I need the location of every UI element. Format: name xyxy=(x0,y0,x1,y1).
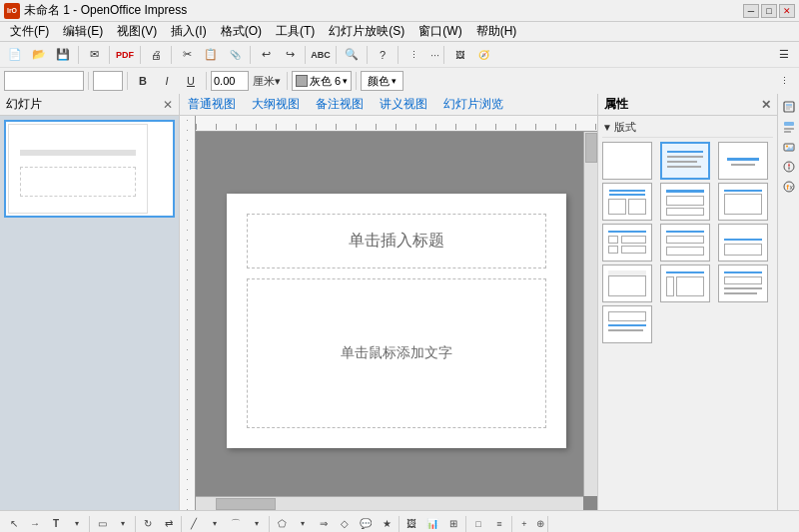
maximize-button[interactable]: □ xyxy=(761,4,777,18)
layout-title-content[interactable] xyxy=(660,142,710,180)
close-button[interactable]: ✕ xyxy=(779,4,795,18)
redo-button[interactable]: ↪ xyxy=(279,44,301,66)
flip-button[interactable]: ⇄ xyxy=(159,514,179,533)
underline-button[interactable]: U xyxy=(180,70,202,92)
slide-canvas-area[interactable]: 单击插入标题 单击鼠标添加文字 xyxy=(196,116,597,510)
menu-view[interactable]: 视图(V) xyxy=(111,22,163,41)
slide-canvas[interactable]: 单击插入标题 单击鼠标添加文字 xyxy=(227,194,566,448)
horizontal-scrollbar[interactable] xyxy=(196,496,583,510)
zoom-in-button[interactable]: 🔍 xyxy=(341,44,363,66)
layout-9[interactable] xyxy=(718,224,768,262)
layout-8[interactable] xyxy=(660,224,710,262)
stars-button[interactable]: ★ xyxy=(377,514,397,533)
line-tool-button[interactable]: ╱ xyxy=(184,514,204,533)
toolbar-formatting: B I U 厘米▾ 灰色 6 ▾ 颜色 ▾ ⋮ xyxy=(0,68,799,94)
navigator-sidebar-icon[interactable] xyxy=(780,158,798,176)
slides-panel-close-button[interactable]: ✕ xyxy=(163,98,173,112)
color-picker-button[interactable]: 灰色 6 ▾ xyxy=(292,71,352,91)
copy-button[interactable]: 📋 xyxy=(200,44,222,66)
arrow-tool-button[interactable]: → xyxy=(25,514,45,533)
layout-7[interactable] xyxy=(602,224,652,262)
minimize-button[interactable]: ─ xyxy=(743,4,759,18)
text-more-button[interactable]: ▾ xyxy=(67,514,87,533)
menu-file[interactable]: 文件(F) xyxy=(4,22,55,41)
open-button[interactable]: 📂 xyxy=(28,44,50,66)
layout-5[interactable] xyxy=(660,183,710,221)
layout-13[interactable] xyxy=(602,305,652,343)
layout-blank[interactable] xyxy=(602,142,652,180)
navigator-button[interactable]: 🧭 xyxy=(472,44,494,66)
vertical-scrollbar[interactable] xyxy=(583,132,597,496)
v-scrollbar-thumb[interactable] xyxy=(585,133,597,163)
slides-list[interactable]: 1 xyxy=(0,116,179,510)
line-more-button[interactable]: ▾ xyxy=(205,514,225,533)
spellcheck-button[interactable]: ABC xyxy=(310,44,332,66)
tab-slide-sorter[interactable]: 幻灯片浏览 xyxy=(439,94,507,115)
rectangle-tool-button[interactable]: ▭ xyxy=(92,514,112,533)
italic-button[interactable]: I xyxy=(156,70,178,92)
menu-edit[interactable]: 编辑(E) xyxy=(57,22,109,41)
more-format-button[interactable]: ⋮ xyxy=(773,70,795,92)
slide-thumbnail[interactable]: 1 xyxy=(4,120,175,218)
layout-4[interactable] xyxy=(602,183,652,221)
email-button[interactable]: ✉ xyxy=(83,44,105,66)
layout-6[interactable] xyxy=(718,183,768,221)
more-toolbar-button[interactable]: ⋮ xyxy=(402,44,424,66)
slide-title-placeholder[interactable]: 单击插入标题 xyxy=(247,214,546,268)
shadow-button[interactable]: □ xyxy=(468,514,488,533)
text-tool-button[interactable]: T xyxy=(46,514,66,533)
gallery-sidebar-icon[interactable] xyxy=(780,138,798,156)
menu-help[interactable]: 帮助(H) xyxy=(470,22,523,41)
connector-more-button[interactable]: ▾ xyxy=(247,514,267,533)
help-button[interactable]: ? xyxy=(372,44,394,66)
h-scrollbar-thumb[interactable] xyxy=(216,498,276,510)
properties-sidebar-icon[interactable] xyxy=(780,98,798,116)
bold-button[interactable]: B xyxy=(132,70,154,92)
menu-window[interactable]: 窗口(W) xyxy=(412,22,467,41)
slide-content-placeholder[interactable]: 单击鼠标添加文字 xyxy=(247,278,546,428)
tab-outline[interactable]: 大纲视图 xyxy=(248,94,304,115)
properties-panel: 属性 ✕ ▼ 版式 xyxy=(597,94,777,510)
save-button[interactable]: 💾 xyxy=(52,44,74,66)
connector-button[interactable]: ⌒ xyxy=(226,514,246,533)
rotate-button[interactable]: ↻ xyxy=(138,514,158,533)
insert-image-button[interactable]: 🖼 xyxy=(401,514,421,533)
flowchart-button[interactable]: ◇ xyxy=(335,514,355,533)
menu-tools[interactable]: 工具(T) xyxy=(270,22,321,41)
menu-slideshow[interactable]: 幻灯片放映(S) xyxy=(323,22,410,41)
layout-10[interactable] xyxy=(602,265,652,302)
insert-chart-button[interactable]: 📊 xyxy=(422,514,442,533)
gallery-button[interactable]: 🖼 xyxy=(448,44,470,66)
new-button[interactable]: 📄 xyxy=(4,44,26,66)
functions-sidebar-icon[interactable]: fx xyxy=(780,178,798,196)
menu-format[interactable]: 格式(O) xyxy=(215,22,268,41)
font-name-input[interactable] xyxy=(4,71,84,91)
block-arrows-button[interactable]: ⇒ xyxy=(314,514,334,533)
callout-button[interactable]: 💬 xyxy=(356,514,376,533)
tab-handout[interactable]: 讲义视图 xyxy=(376,94,431,115)
tab-notes[interactable]: 备注视图 xyxy=(312,94,368,115)
font-size-input[interactable] xyxy=(93,71,123,91)
rect-more-button[interactable]: ▾ xyxy=(113,514,133,533)
layout-title-slide[interactable] xyxy=(718,142,768,180)
styles-sidebar-icon[interactable] xyxy=(780,118,798,136)
align-button[interactable]: ≡ xyxy=(489,514,509,533)
properties-close-button[interactable]: ✕ xyxy=(761,98,771,112)
color-menu-button[interactable]: 颜色 ▾ xyxy=(361,71,403,91)
menu-insert[interactable]: 插入(I) xyxy=(165,22,212,41)
tab-normal[interactable]: 普通视图 xyxy=(184,94,240,115)
shapes-more-button[interactable]: ▾ xyxy=(293,514,313,533)
print-button[interactable]: 🖨 xyxy=(145,44,167,66)
cut-button[interactable]: ✂ xyxy=(176,44,198,66)
undo-button[interactable]: ↩ xyxy=(255,44,277,66)
insert-table-button[interactable]: ⊞ xyxy=(443,514,463,533)
export-pdf-button[interactable]: PDF xyxy=(114,44,136,66)
select-tool-button[interactable]: ↖ xyxy=(4,514,24,533)
zoom-in-small-button[interactable]: + xyxy=(514,514,534,533)
sidebar-toggle-button[interactable]: ☰ xyxy=(773,44,795,66)
layout-11[interactable] xyxy=(660,265,710,302)
paste-button[interactable]: 📎 xyxy=(224,44,246,66)
shapes-button[interactable]: ⬠ xyxy=(272,514,292,533)
layout-12[interactable] xyxy=(718,265,768,302)
size-value-input[interactable] xyxy=(211,71,249,91)
